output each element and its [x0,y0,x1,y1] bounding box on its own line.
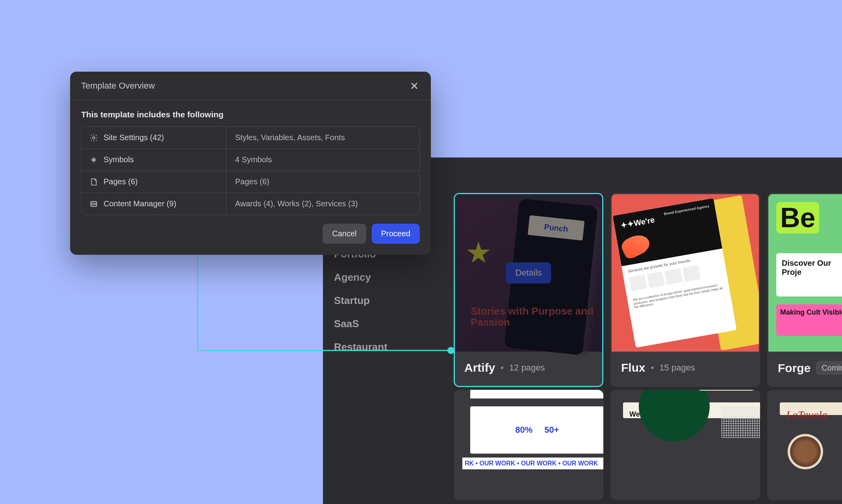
preview-be-text: Be [776,202,819,233]
preview-hero-text: ✦✦We're [620,215,655,230]
category-saas[interactable]: SaaS [334,318,388,330]
template-card-artify[interactable]: Punch Stories with Purpose and Passion D… [454,193,603,387]
dialog-subtitle: This template includes the following [81,110,420,119]
star-icon [467,241,490,265]
card-title: Artify [464,361,495,374]
category-startup[interactable]: Startup [334,295,388,307]
template-card[interactable]: LaTavola Our Story [767,390,842,500]
feature-detail: 4 Symbols [226,149,419,170]
template-card-flux[interactable]: ✦✦We're Brand Experienced Agency Service… [610,193,760,387]
page-icon [89,178,98,186]
preview-tagline: Stories with Purpose and Passion [471,306,602,328]
svg-point-4 [93,137,95,139]
card-page-count: 12 pages [509,363,545,373]
feature-row-pages: Pages (6) Pages (6) [82,171,419,193]
details-button[interactable]: Details [506,262,551,284]
template-preview: ✦✦We're Brand Experienced Agency Service… [612,194,759,352]
preview-logo: Punch [528,215,584,241]
card-page-count: 15 pages [659,363,695,373]
stat-value: 80% [515,425,532,435]
template-card[interactable]: 80% 50+ RK • OUR WORK • OUR WORK • OUR W… [454,390,603,500]
stat-value: 50+ [544,425,559,435]
card-footer: Flux • 15 pages [612,352,759,385]
card-title: Forge [778,361,810,375]
template-overview-dialog: Template Overview This template includes… [70,72,431,255]
separator-dot: • [501,363,504,373]
card-footer: Artify • 12 pages [455,352,602,385]
circle-shape [639,390,710,442]
marquee-text: RK • OUR WORK • OUR WORK • OUR WORK [462,458,603,469]
separator-dot: • [651,363,654,373]
preview-caption: URBAN, SCENIC AND CINEMATIC [470,390,603,398]
diamond-icon [89,156,98,164]
feature-row-site-settings: Site Settings (42) Styles, Variables, As… [82,127,419,149]
template-preview: Be Discover Our Proje Making Cult Visibl… [768,194,842,352]
category-agency[interactable]: Agency [334,271,388,284]
dish-icon [788,434,823,469]
feature-label: Pages (6) [104,177,138,186]
shoe-icon [619,231,653,261]
template-cards-row-1: Punch Stories with Purpose and Passion D… [454,193,842,387]
coming-soon-badge: Coming [816,361,842,375]
dialog-footer: Cancel Proceed [81,224,420,244]
dialog-title: Template Overview [81,81,155,91]
card-title: Flux [621,361,645,374]
category-list: Portfolio Agency Startup SaaS Restaurant [334,248,388,353]
feature-table: Site Settings (42) Styles, Variables, As… [81,126,420,215]
proceed-button[interactable]: Proceed [372,224,420,244]
feature-detail: Styles, Variables, Assets, Fonts [226,127,419,148]
preview-brand-text: Brand Experienced Agency [664,204,710,216]
card-footer: Forge Coming [768,352,842,386]
preview-discover-text: Discover Our Proje [776,253,842,296]
gear-icon [89,133,98,142]
template-card-forge[interactable]: Be Discover Our Proje Making Cult Visibl… [767,193,842,387]
preview-culture-text: Making Cult Visible [776,304,842,336]
svg-rect-5 [91,201,97,206]
feature-row-symbols: Symbols 4 Symbols [82,149,419,171]
database-icon [89,200,98,208]
template-cards-row-2: 80% 50+ RK • OUR WORK • OUR WORK • OUR W… [454,390,842,500]
dialog-header: Template Overview [70,72,431,100]
category-restaurant[interactable]: Restaurant [334,341,388,353]
close-icon [410,82,419,90]
close-button[interactable] [409,80,420,91]
feature-label: Site Settings (42) [104,133,164,142]
cancel-button[interactable]: Cancel [323,224,366,244]
grid-pattern-icon [721,406,760,438]
preview-title: LaTavola [786,409,842,421]
preview-pill: Our new expression. [695,390,757,391]
feature-detail: Pages (6) [226,171,419,193]
feature-row-content-manager: Content Manager (9) Awards (4), Works (2… [82,193,419,215]
feature-label: Content Manager (9) [104,199,176,208]
feature-label: Symbols [104,155,134,164]
template-preview: Punch Stories with Purpose and Passion D… [455,194,602,352]
template-card[interactable]: We elevate your brand Our new expression… [610,390,760,500]
feature-detail: Awards (4), Works (2), Services (3) [226,193,419,215]
